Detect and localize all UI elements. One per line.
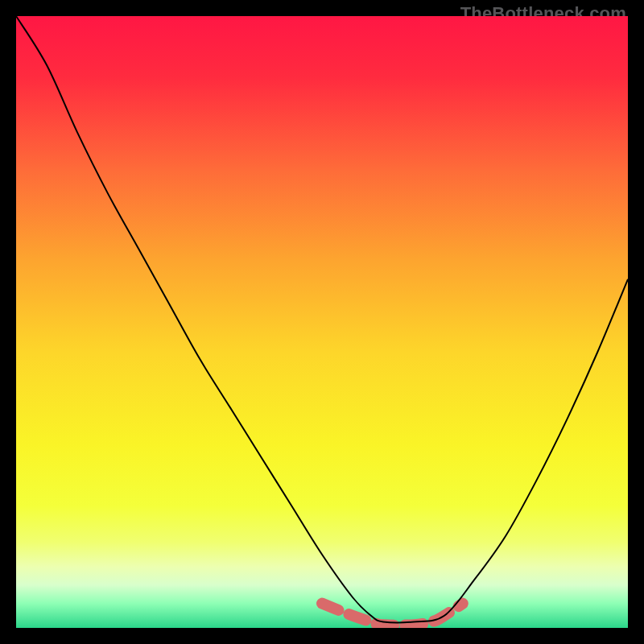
chart-plot-area — [16, 16, 628, 628]
gradient-background — [16, 16, 628, 628]
bottleneck-chart — [16, 16, 628, 628]
outer-frame: TheBottleneck.com — [0, 0, 644, 644]
